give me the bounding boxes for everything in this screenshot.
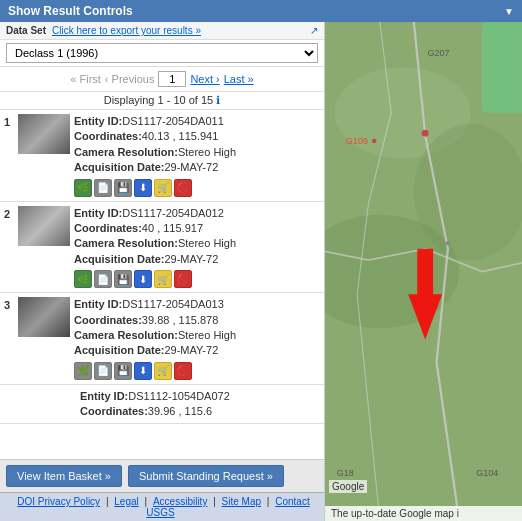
svg-rect-5 [482,22,522,113]
result-actions-1: 🌿 📄 💾 ⬇ 🛒 🚫 [74,179,320,197]
action-save-2[interactable]: 💾 [114,270,132,288]
results-list: 1 Entity ID:DS1117-2054DA011 Coordinates… [0,110,324,459]
dataset-label: Data Set [6,25,46,36]
top-bar: Show Result Controls ▼ [0,0,522,22]
action-save-3[interactable]: 💾 [114,362,132,380]
action-download-3[interactable]: ⬇ [134,362,152,380]
dataset-select-row: Declass 1 (1996) [0,40,324,67]
action-metadata-3[interactable]: 📄 [94,362,112,380]
entity-id-3: Entity ID:DS1117-2054DA013 [74,297,320,312]
map-info-bar: The up-to-date Google map i [325,506,522,521]
action-browse-1[interactable]: 🌿 [74,179,92,197]
map-svg: G207 G109 G18 G104 [325,22,522,521]
last-page-link[interactable]: Last » [224,73,254,85]
svg-point-11 [372,139,377,144]
action-exclude-3[interactable]: 🚫 [174,362,192,380]
displaying-row: Displaying 1 - 10 of 15 ℹ [0,92,324,110]
displaying-text: Displaying 1 - 10 of 15 [104,94,213,106]
entity-id-1: Entity ID:DS1117-2054DA011 [74,114,320,129]
result-num-2: 2 [4,206,14,220]
svg-text:G18: G18 [337,468,354,478]
previous-page-link[interactable]: ‹ Previous [105,73,155,85]
dropdown-arrow-icon[interactable]: ▼ [504,6,514,17]
main-area: Data Set Click here to export your resul… [0,22,522,521]
result-thumb-1 [18,114,70,154]
export-icon: ↗ [310,25,318,36]
action-cart-3[interactable]: 🛒 [154,362,172,380]
sep-2: | [145,496,150,507]
result-num-4 [4,389,14,391]
first-page-link[interactable]: « First [70,73,101,85]
result-info-4: Entity ID:DS1112-1054DA072 Coordinates:3… [18,389,320,420]
dataset-select[interactable]: Declass 1 (1996) [6,43,318,63]
result-item-3: 3 Entity ID:DS1117-2054DA013 Coordinates… [0,293,324,385]
map-area[interactable]: G207 G109 G18 G104 Google The up-to-date… [325,22,522,521]
action-browse-3[interactable]: 🌿 [74,362,92,380]
action-download-2[interactable]: ⬇ [134,270,152,288]
thumb-image-1 [18,114,70,154]
entity-id-2: Entity ID:DS1117-2054DA012 [74,206,320,221]
thumb-image-3 [18,297,70,337]
action-metadata-1[interactable]: 📄 [94,179,112,197]
accessibility-link[interactable]: Accessibility [153,496,207,507]
coordinates-1: Coordinates:40.13 , 115.941 [74,129,320,144]
action-metadata-2[interactable]: 📄 [94,270,112,288]
left-panel: Data Set Click here to export your resul… [0,22,325,521]
result-thumb-3 [18,297,70,337]
svg-text:G104: G104 [476,468,498,478]
entity-id-4: Entity ID:DS1112-1054DA072 [80,389,320,404]
next-page-link[interactable]: Next › [190,73,219,85]
export-link[interactable]: Click here to export your results » [52,25,304,36]
svg-point-10 [422,130,429,137]
view-basket-button[interactable]: View Item Basket » [6,465,122,487]
camera-resolution-3: Camera Resolution:Stereo High [74,328,320,343]
pagination-row: « First ‹ Previous 1 Next › Last » [0,67,324,92]
action-exclude-2[interactable]: 🚫 [174,270,192,288]
coordinates-4: Coordinates:39.96 , 115.6 [80,404,320,419]
result-item-2: 2 Entity ID:DS1117-2054DA012 Coordinates… [0,202,324,294]
standing-request-button[interactable]: Submit Standing Request » [128,465,284,487]
page-number-input[interactable]: 1 [158,71,186,87]
site-map-link[interactable]: Site Map [222,496,261,507]
top-bar-title: Show Result Controls [8,4,133,18]
action-cart-2[interactable]: 🛒 [154,270,172,288]
result-item-4: Entity ID:DS1112-1054DA072 Coordinates:3… [0,385,324,425]
acquisition-date-1: Acquisition Date:29-MAY-72 [74,160,320,175]
coordinates-3: Coordinates:39.88 , 115.878 [74,313,320,328]
svg-point-12 [446,241,451,246]
result-num-3: 3 [4,297,14,311]
camera-resolution-1: Camera Resolution:Stereo High [74,145,320,160]
result-thumb-2 [18,206,70,246]
action-cart-1[interactable]: 🛒 [154,179,172,197]
bottom-buttons: View Item Basket » Submit Standing Reque… [0,459,324,492]
result-info-1: Entity ID:DS1117-2054DA011 Coordinates:4… [74,114,320,197]
acquisition-date-3: Acquisition Date:29-MAY-72 [74,343,320,358]
result-item-1: 1 Entity ID:DS1117-2054DA011 Coordinates… [0,110,324,202]
legal-link[interactable]: Legal [114,496,138,507]
sep-1: | [106,496,111,507]
coordinates-2: Coordinates:40 , 115.917 [74,221,320,236]
doi-link[interactable]: DOI Privacy Policy [17,496,100,507]
action-exclude-1[interactable]: 🚫 [174,179,192,197]
result-num-1: 1 [4,114,14,128]
dataset-row: Data Set Click here to export your resul… [0,22,324,40]
sep-4: | [267,496,272,507]
action-download-1[interactable]: ⬇ [134,179,152,197]
sep-3: | [213,496,218,507]
info-icon[interactable]: ℹ [216,94,220,106]
thumb-image-2 [18,206,70,246]
footer-links: DOI Privacy Policy | Legal | Accessibili… [0,492,324,521]
svg-text:G109: G109 [346,136,368,146]
svg-text:G207: G207 [427,48,449,58]
google-watermark: Google [329,480,367,493]
result-info-3: Entity ID:DS1117-2054DA013 Coordinates:3… [74,297,320,380]
result-actions-3: 🌿 📄 💾 ⬇ 🛒 🚫 [74,362,320,380]
action-browse-2[interactable]: 🌿 [74,270,92,288]
result-info-2: Entity ID:DS1117-2054DA012 Coordinates:4… [74,206,320,289]
action-save-1[interactable]: 💾 [114,179,132,197]
result-actions-2: 🌿 📄 💾 ⬇ 🛒 🚫 [74,270,320,288]
camera-resolution-2: Camera Resolution:Stereo High [74,236,320,251]
acquisition-date-2: Acquisition Date:29-MAY-72 [74,252,320,267]
